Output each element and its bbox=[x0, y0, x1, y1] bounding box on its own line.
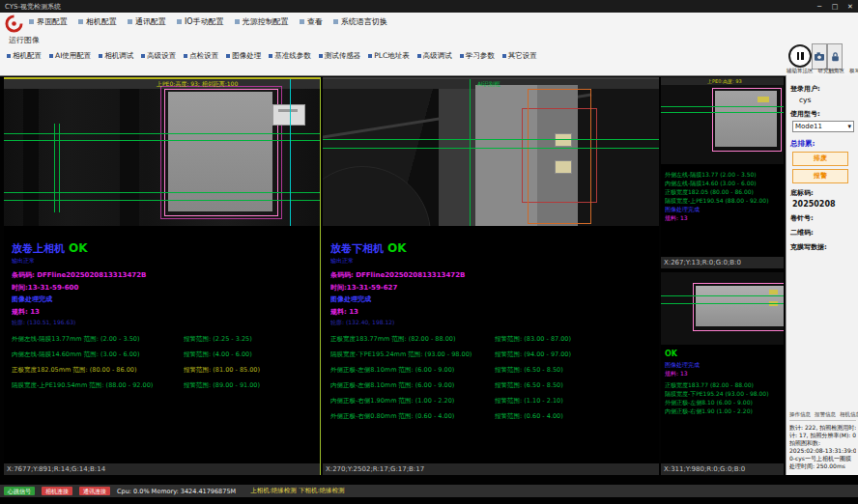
tab-label: 高级设置 bbox=[147, 51, 176, 61]
close-button[interactable]: ✕ bbox=[843, 3, 858, 11]
preview-bottom-status: OK bbox=[665, 350, 677, 358]
machine-column bbox=[120, 89, 139, 226]
menu-item-light-control-config[interactable]: 光源控制配置 bbox=[235, 16, 289, 27]
overlay-cyan-vline bbox=[290, 79, 291, 226]
tab-advanced-debug[interactable]: 高级调试 bbox=[417, 51, 452, 61]
header-tab-aux-algo[interactable]: 辅助算法区 bbox=[786, 68, 814, 74]
panel-divider bbox=[320, 77, 321, 475]
result-sub: 输出正常 bbox=[12, 257, 316, 266]
control-sidebar: 登录用户: cys 使用型号: Mode11 ▾ 总排累: 排废 报警 底标码:… bbox=[786, 75, 858, 475]
lock-button[interactable] bbox=[827, 43, 843, 70]
preview-bottom-camera-view[interactable] bbox=[661, 272, 784, 345]
result-status: OK bbox=[69, 241, 88, 255]
menu-icon bbox=[128, 19, 132, 24]
pause-button[interactable] bbox=[788, 44, 812, 68]
tab-run-image[interactable]: 运行图像 bbox=[9, 35, 40, 45]
info-tab-camera[interactable]: 相机信息 bbox=[840, 411, 858, 418]
measurement-alarm: 报警范围: (6.50 - 8.50) bbox=[495, 366, 655, 375]
tab-ai-config[interactable]: AI使用配置 bbox=[49, 51, 91, 61]
header-tab-research[interactable]: 研究触角区 bbox=[818, 68, 845, 74]
info-tabs: 操作信息 报警信息 相机信息 bbox=[789, 411, 856, 421]
tab-icon bbox=[368, 54, 372, 58]
app-logo-icon bbox=[5, 14, 23, 33]
right-camera-view[interactable]: AI识别框 bbox=[323, 79, 659, 226]
tab-label: PLC地址表 bbox=[374, 51, 409, 61]
tab-label: AI使用配置 bbox=[55, 51, 91, 61]
measurement-row: 内侧左线-隔膜14.60mm 范围: (3.00 - 6.00)报警范围: (4… bbox=[12, 350, 316, 359]
tab-test-sensor[interactable]: 测试传感器 bbox=[319, 51, 361, 61]
minimize-button[interactable]: ─ bbox=[812, 3, 827, 11]
tab-spot-check[interactable]: 点检设置 bbox=[184, 51, 218, 61]
spec-line: 规料: 13 bbox=[12, 307, 316, 317]
stat-line: 处理时间: 250.00ms bbox=[789, 462, 856, 470]
maximize-button[interactable]: □ bbox=[827, 3, 843, 11]
menu-item-label: 通讯配置 bbox=[135, 16, 166, 27]
tab-learning-params[interactable]: 学习参数 bbox=[460, 51, 495, 61]
lock-icon bbox=[831, 52, 840, 62]
menu-item-label: 界面配置 bbox=[37, 16, 68, 27]
measurement-row: 外侧左线-隔膜13.77mm 范围: (2.00 - 3.50)报警范围: (2… bbox=[12, 335, 316, 344]
measurement-value: 隔膜宽度-上PE190.54mm 范围: (88.00 - 92.00) bbox=[12, 381, 184, 390]
overlay-yellow-mark bbox=[758, 97, 769, 102]
reject-status-button[interactable]: 排废 bbox=[792, 152, 848, 166]
camera-icon bbox=[815, 52, 824, 61]
tab-icon bbox=[141, 54, 145, 58]
menu-item-comm-config[interactable]: 通讯配置 bbox=[128, 16, 166, 27]
info-tab-alarm[interactable]: 报警信息 bbox=[815, 411, 836, 418]
measurement-alarm: 报警范围: (83.00 - 87.00) bbox=[495, 335, 655, 344]
stat-line: 计: 17, 拍照分辨率(M): 0, bbox=[789, 432, 856, 439]
menu-item-language-switch[interactable]: 系统语言切换 bbox=[333, 16, 387, 27]
left-camera-view[interactable]: 上PE0:高度: 93; 相邻距离:100 bbox=[4, 79, 320, 226]
info-tab-operation[interactable]: 操作信息 bbox=[789, 411, 811, 418]
camera-snapshot-button[interactable] bbox=[812, 43, 827, 70]
preview-panel-top: 上PE0:高度: 93 外侧左线-隔膜13.77 (2.00 - 3.50) 内… bbox=[661, 77, 784, 268]
overlay-measure-vline bbox=[54, 124, 55, 212]
measurement-value: 外侧正极-左侧8.10mm 范围: (6.00 - 9.00) bbox=[330, 366, 495, 375]
alarm-status-button[interactable]: 报警 bbox=[792, 169, 848, 183]
tab-icon bbox=[460, 54, 464, 58]
model-select-value: Mode11 bbox=[795, 123, 822, 130]
overlay-measure-line bbox=[661, 295, 784, 296]
tab-icon bbox=[49, 54, 53, 58]
status-bar: 心跳信号 相机连接 通讯连接 Cpu: 0.0% Memory: 3424.41… bbox=[0, 485, 858, 497]
tab-camera-debug[interactable]: 相机调试 bbox=[99, 51, 133, 61]
time-line: 时间:13-31-59-627 bbox=[330, 283, 655, 293]
preview-bottom-spec: 规料: 13 bbox=[665, 370, 688, 378]
tab-label: 相机调试 bbox=[104, 51, 133, 61]
preview-bottom-text: 正极宽度183.77 (82.00 - 88.00) 隔膜宽度-下PE195.2… bbox=[665, 380, 783, 415]
preview-top-camera-view[interactable]: 上PE0:高度: 93 bbox=[661, 77, 784, 164]
model-select[interactable]: Mode11 ▾ bbox=[792, 121, 854, 132]
preview-line: 内侧左线-隔膜14.60 (3.00 - 6.00) bbox=[665, 179, 783, 187]
qr-code-label: 二维码: bbox=[790, 228, 855, 238]
stat-line: 数计: 222, 拍照检测用时: bbox=[789, 424, 856, 432]
bright-tab-mark bbox=[555, 160, 572, 174]
preview-line: 图像处理完成 bbox=[665, 205, 783, 213]
menu-item-camera-config[interactable]: 相机配置 bbox=[78, 16, 117, 27]
tab-label: 图像处理 bbox=[232, 51, 261, 61]
connector-detail bbox=[278, 109, 298, 112]
stat-line: 拍照图和数: bbox=[789, 439, 856, 447]
measurement-row: 外侧正极-左侧8.10mm 范围: (6.00 - 9.00)报警范围: (6.… bbox=[330, 366, 655, 375]
preview-panel-bottom: OK 图像处理完成 规料: 13 正极宽度183.77 (82.00 - 88.… bbox=[661, 272, 784, 475]
overlay-label: 上PE0:高度: 93 bbox=[707, 78, 742, 84]
preview-line: 外侧正极-左侧8.10 (6.00 - 9.00) bbox=[665, 398, 783, 406]
menu-item-io-manual-config[interactable]: IO手动配置 bbox=[177, 16, 224, 27]
menu-icon bbox=[78, 19, 83, 24]
menu-item-ui-config[interactable]: 界面配置 bbox=[29, 16, 68, 27]
measurement-value: 外侧左线-隔膜13.77mm 范围: (2.00 - 3.50) bbox=[12, 335, 184, 344]
measurement-alarm: 报警范围: (81.00 - 85.00) bbox=[184, 366, 316, 375]
header-tab-tab-sensor[interactable]: 极耳传感区 bbox=[849, 68, 858, 74]
tab-advanced-settings[interactable]: 高级设置 bbox=[141, 51, 176, 61]
tab-camera-config[interactable]: 相机配置 bbox=[7, 51, 42, 61]
pause-icon bbox=[801, 52, 804, 60]
right-camera-panel: AI识别框 放卷下相机 OK 输出正常 条码码: DFFline20250208… bbox=[323, 77, 659, 475]
overlay-measure-line bbox=[323, 139, 659, 140]
result-status: OK bbox=[387, 241, 407, 255]
tab-image-processing[interactable]: 图像处理 bbox=[226, 51, 261, 61]
menu-item-view[interactable]: 查看 bbox=[300, 16, 323, 27]
overlay-label: 上PE0:高度: 93; 相邻距离:100 bbox=[157, 80, 238, 89]
sidebar-info-block: 操作信息 报警信息 相机信息 数计: 222, 拍照检测用时: 计: 17, 拍… bbox=[789, 411, 856, 470]
tab-baseline-params[interactable]: 基准线参数 bbox=[269, 51, 311, 61]
tab-plc-address[interactable]: PLC地址表 bbox=[368, 51, 409, 61]
tab-other-settings[interactable]: 其它设置 bbox=[502, 51, 537, 61]
